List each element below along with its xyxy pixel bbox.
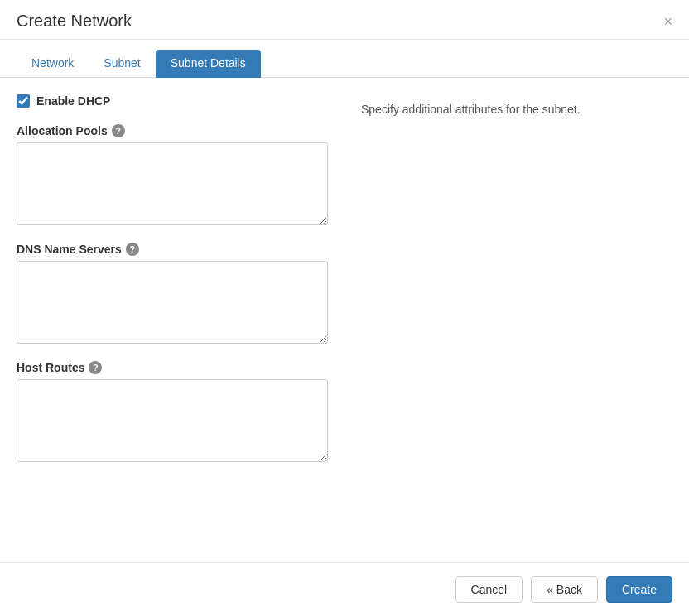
allocation-pools-label: Allocation Pools ? xyxy=(17,124,328,137)
host-routes-label: Host Routes ? xyxy=(17,361,328,374)
dns-name-servers-group: DNS Name Servers ? xyxy=(17,243,328,346)
tab-network[interactable]: Network xyxy=(17,50,89,78)
host-routes-help-icon[interactable]: ? xyxy=(89,361,102,374)
dns-name-servers-textarea[interactable] xyxy=(17,261,328,344)
back-button[interactable]: « Back xyxy=(531,576,598,603)
modal-body: Enable DHCP Allocation Pools ? DNS Name … xyxy=(0,78,689,562)
host-routes-group: Host Routes ? xyxy=(17,361,328,464)
modal-header: Create Network × xyxy=(0,0,689,40)
form-section: Enable DHCP Allocation Pools ? DNS Name … xyxy=(17,94,328,562)
info-description: Specify additional attributes for the su… xyxy=(361,103,672,116)
allocation-pools-help-icon[interactable]: ? xyxy=(112,124,125,137)
info-section: Specify additional attributes for the su… xyxy=(361,94,672,562)
enable-dhcp-checkbox[interactable] xyxy=(17,94,30,108)
modal-title: Create Network xyxy=(17,12,132,31)
host-routes-textarea[interactable] xyxy=(17,379,328,462)
dns-name-servers-label: DNS Name Servers ? xyxy=(17,243,328,256)
create-button[interactable]: Create xyxy=(606,576,672,603)
modal-footer: Cancel « Back Create xyxy=(0,562,689,616)
cancel-button[interactable]: Cancel xyxy=(455,576,523,603)
tab-subnet[interactable]: Subnet xyxy=(89,50,155,78)
enable-dhcp-label: Enable DHCP xyxy=(36,94,110,108)
enable-dhcp-row: Enable DHCP xyxy=(17,94,328,108)
tab-subnet-details[interactable]: Subnet Details xyxy=(156,50,261,78)
allocation-pools-textarea[interactable] xyxy=(17,142,328,225)
dns-name-servers-help-icon[interactable]: ? xyxy=(126,243,139,256)
create-network-modal: Create Network × Network Subnet Subnet D… xyxy=(0,0,689,616)
tab-bar: Network Subnet Subnet Details xyxy=(0,40,689,78)
allocation-pools-group: Allocation Pools ? xyxy=(17,124,328,228)
close-button[interactable]: × xyxy=(663,14,672,29)
